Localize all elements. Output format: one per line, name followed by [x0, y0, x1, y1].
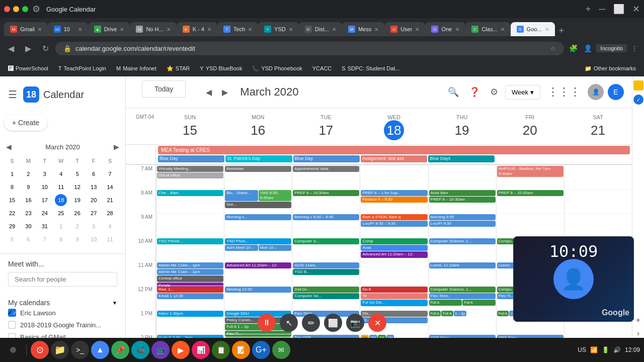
cell-wed-11[interactable]	[360, 261, 428, 286]
cell-tue-12[interactable]: 2nd Gr... Computer Se...	[292, 286, 360, 310]
cell-mon-9[interactable]: Morning c...	[224, 213, 292, 237]
mini-day-3[interactable]: 3	[39, 168, 51, 180]
event-ysd-b-tue[interactable]: YSD B...	[293, 269, 359, 275]
event-appt[interactable]: Appointments slots	[293, 166, 359, 172]
tab-close-one[interactable]: ✕	[455, 27, 459, 32]
new-tab-button[interactable]: +	[555, 26, 569, 36]
taskbar-docs[interactable]: 📝	[232, 341, 250, 359]
stop-button[interactable]: ✕	[368, 314, 386, 332]
cell-mon-12[interactable]: Meeting 12:30	[224, 286, 292, 310]
taskbar-keep[interactable]: 📌	[111, 341, 129, 359]
event-no-k-wed[interactable]: No K	[361, 287, 427, 293]
cell-thu-2[interactable]: YMS Facu...	[428, 334, 496, 338]
day-col-thu[interactable]: THU 19	[428, 112, 496, 144]
tab-noh[interactable]: N No H... ✕	[130, 22, 176, 36]
event-email1-sun[interactable]: Email 1 12:30	[157, 293, 223, 299]
mini-day-7-apr[interactable]: 7	[39, 233, 51, 245]
mini-day-10-apr[interactable]: 10	[88, 233, 100, 245]
event-full-a-thu[interactable]: Full A	[429, 300, 462, 305]
event-reminder-mon[interactable]: Reminder	[225, 166, 291, 172]
cell-wed-10[interactable]: Comp Avail. Advanced Art 11:20am – 12:	[360, 237, 428, 261]
event-flex-thu[interactable]: Flex Time,	[429, 293, 496, 299]
back-button[interactable]: ◀	[4, 41, 18, 55]
day-col-fri[interactable]: FRI 20	[496, 112, 564, 144]
event-prep-fri[interactable]: PREP 8 – 10:30am	[497, 190, 564, 196]
taskbar-files[interactable]: 📁	[51, 341, 69, 359]
settings-button[interactable]: ⚙	[487, 83, 501, 101]
cell-thu-7[interactable]	[428, 165, 496, 189]
mini-day-1-apr[interactable]: 1	[55, 220, 67, 232]
event-lunch-thu[interactable]: Lunch, 11:10am	[429, 262, 496, 268]
event-2nd-gr-tue[interactable]: 2nd Gr...	[293, 287, 359, 293]
event-morning-tue[interactable]: Morning c 9:30 – 9:40	[293, 214, 359, 220]
tab-10[interactable]: 10 10 ✕	[48, 22, 88, 36]
tab-user[interactable]: U User ✕	[384, 22, 425, 36]
mini-day-19[interactable]: 19	[71, 194, 84, 206]
cell-sat-9[interactable]	[564, 213, 632, 237]
taskbar-chrome[interactable]: ⊙	[31, 341, 49, 359]
event-ysd-phone-mon[interactable]: YSD Phon...	[225, 238, 291, 244]
event-adv-art-wed[interactable]: Advanced Art 11:20am – 12:	[361, 251, 427, 257]
event-comp-wed[interactable]: Comp	[361, 238, 427, 244]
cell-thu-8[interactable]: Avail 8am PREP 8 – 10:30am	[428, 189, 496, 213]
cell-tue-7[interactable]: Appointments slots	[292, 165, 360, 189]
mini-day-30[interactable]: 30	[22, 220, 34, 232]
close-window-btn[interactable]	[4, 6, 10, 12]
my-calendars-header[interactable]: My calendars ▼	[8, 299, 117, 307]
event-admin-me-sun[interactable]: Admin Me 11am – 1pm	[157, 262, 223, 268]
taskbar-slides[interactable]: 📊	[192, 341, 210, 359]
taskbar-drive[interactable]: ▲	[91, 341, 109, 359]
tab-drive[interactable]: ▲ Drive ✕	[88, 22, 130, 36]
tab-close-ysd[interactable]: ✕	[289, 27, 293, 32]
cell-sun-2[interactable]: Grab S 2:30 – 3pm	[156, 334, 224, 338]
event-blue-day-tue[interactable]: Blue Day	[293, 155, 360, 162]
taskbar-play[interactable]: ▶	[172, 341, 190, 359]
mini-day-11-apr[interactable]: 11	[104, 233, 116, 245]
bookmark-sdpc[interactable]: S SDPC: Student Dat...	[338, 64, 404, 72]
event-comp-sci2-thu[interactable]: Computer Science, 1...	[429, 287, 496, 293]
bookmark-other[interactable]: 📁 Other bookmarks	[581, 64, 640, 73]
mini-day-31[interactable]: 31	[39, 220, 51, 232]
event-goto-tue[interactable]: GoTo 11am,	[293, 262, 359, 268]
tab-tech[interactable]: T Tech ✕	[217, 22, 258, 36]
tab-ysd[interactable]: Y YSD ✕	[258, 22, 299, 36]
day-col-tue[interactable]: TUE 17	[292, 112, 360, 144]
prev-week-button[interactable]: ◀	[202, 85, 216, 99]
tab-close-class[interactable]: ✕	[501, 27, 505, 32]
event-blue-days-fri[interactable]: Blue Days	[428, 155, 495, 162]
event-gre-mon[interactable]: Gre...	[225, 202, 291, 208]
bookmark-powerschool[interactable]: 🅿 PowerSchool	[4, 64, 52, 72]
close-btn[interactable]: ✕	[632, 4, 640, 15]
event-comp-sci-thu[interactable]: Computer Science, 1...	[429, 238, 496, 244]
cell-tue-2[interactable]: Day YMS Day YMS	[292, 334, 360, 338]
tab-close-mess[interactable]: ✕	[374, 27, 378, 32]
day-col-wed[interactable]: WED 18	[360, 112, 428, 144]
taskbar-terminal[interactable]: >_	[71, 341, 89, 359]
cell-fri-9[interactable]	[496, 213, 564, 237]
mini-day-6[interactable]: 6	[88, 168, 100, 180]
mini-day-26[interactable]: 26	[71, 207, 84, 219]
camera-button[interactable]: 📷	[346, 314, 364, 332]
mini-day-2[interactable]: 2	[22, 168, 34, 180]
create-button[interactable]: + Create	[4, 115, 47, 131]
today-button[interactable]: Today	[142, 80, 186, 98]
event-finance-wed[interactable]: Finance 8 – 9:30	[361, 197, 427, 203]
event-morning-mon[interactable]: Morning c...	[225, 214, 291, 220]
hamburger-menu[interactable]: ☰	[8, 88, 17, 101]
event-blue-day-sun[interactable]: Blue Day	[158, 155, 224, 162]
mini-day-8[interactable]: 8	[6, 181, 18, 193]
cell-fri-8[interactable]: PREP 8 – 10:30am	[496, 189, 564, 213]
cell-sat-2[interactable]	[564, 334, 632, 338]
cell-wed-12[interactable]: No K Te Fut Go Dis...	[360, 286, 428, 310]
cell-mon-11[interactable]: Advanced Art 11:20am – 12:	[224, 261, 292, 286]
tab-close-user[interactable]: ✕	[415, 27, 419, 32]
forward-button[interactable]: ▶	[21, 41, 35, 55]
event-red-sun[interactable]: Red, 1...	[157, 287, 223, 293]
avatar-2[interactable]: E	[608, 84, 624, 100]
mini-day-16[interactable]: 16	[22, 194, 34, 206]
mini-day-7[interactable]: 7	[104, 168, 116, 180]
reload-button[interactable]: ↻	[38, 41, 52, 55]
cell-mon-8[interactable]: Blu... Stand... YHS 8:30-8:55am Gre...	[224, 189, 292, 213]
event-fut-wed[interactable]: Fut Go Dis...	[361, 300, 427, 306]
event-te-wed[interactable]: Te	[361, 293, 427, 299]
